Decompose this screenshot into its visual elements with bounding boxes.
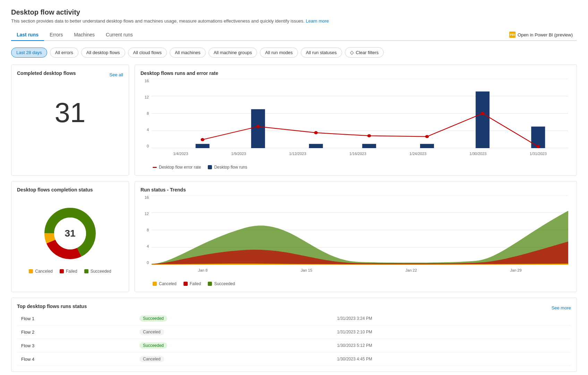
failed-icon bbox=[60, 269, 64, 273]
filter-all-desktop-flows[interactable]: All desktop flows bbox=[81, 48, 125, 58]
page-description: This section provides data to better und… bbox=[11, 18, 577, 24]
area-canceled-icon bbox=[153, 282, 157, 286]
clear-filters-button[interactable]: ◇ Clear filters bbox=[345, 47, 384, 58]
legend-failed: Failed bbox=[60, 269, 77, 274]
area-legend-canceled: Canceled bbox=[153, 281, 177, 286]
svg-point-16 bbox=[425, 135, 429, 138]
succeeded-icon bbox=[84, 269, 88, 273]
filter-all-machines[interactable]: All machines bbox=[170, 48, 206, 58]
legend-error-rate: Desktop flow error rate bbox=[153, 165, 201, 170]
see-more-link[interactable]: See more bbox=[552, 305, 571, 310]
tab-bar: Last runs Errors Machines Current runs P… bbox=[11, 29, 577, 41]
legend-runs: Desktop flow runs bbox=[208, 165, 247, 170]
legend-succeeded: Succeeded bbox=[84, 269, 111, 274]
filter-all-cloud-flows[interactable]: All cloud flows bbox=[128, 48, 167, 58]
completed-flows-title: Completed desktop flows bbox=[17, 70, 76, 76]
run-name: Flow 3 bbox=[17, 339, 135, 352]
learn-more-link[interactable]: Learn more bbox=[306, 18, 329, 24]
tab-last-runs[interactable]: Last runs bbox=[11, 29, 44, 41]
top-cards-row: Completed desktop flows See all 31 Deskt… bbox=[11, 65, 577, 176]
area-chart-svg bbox=[152, 195, 568, 265]
tab-current-runs[interactable]: Current runs bbox=[100, 29, 138, 41]
svg-rect-8 bbox=[362, 144, 376, 148]
x-axis-labels: 1/4/2023 1/9/2023 1/12/2023 1/16/2023 1/… bbox=[152, 150, 568, 162]
powerbi-icon: PBI bbox=[509, 32, 515, 38]
area-legend-succeeded: Succeeded bbox=[208, 281, 235, 286]
run-name: Flow 2 bbox=[17, 325, 135, 339]
donut-center-value: 31 bbox=[65, 228, 75, 239]
run-status: Succeeded bbox=[135, 339, 333, 352]
eraser-icon: ◇ bbox=[350, 50, 354, 55]
filter-all-errors[interactable]: All errors bbox=[50, 48, 78, 58]
svg-rect-5 bbox=[196, 144, 210, 148]
area-failed-icon bbox=[184, 282, 188, 286]
area-chart-card: Run status - Trends 16 12 8 4 0 bbox=[135, 181, 577, 292]
svg-rect-7 bbox=[309, 144, 323, 148]
run-status: Succeeded bbox=[135, 312, 333, 325]
run-time: 1/30/2023 5:12 PM bbox=[333, 339, 571, 352]
page-title: Desktop flow activity bbox=[11, 8, 577, 16]
donut-chart-title: Desktop flows completion status bbox=[17, 187, 123, 193]
area-legend-failed: Failed bbox=[184, 281, 201, 286]
run-time: 1/30/2023 4:45 PM bbox=[333, 352, 571, 366]
y-axis-labels: 16 12 8 4 0 bbox=[140, 79, 150, 148]
run-name: Flow 1 bbox=[17, 312, 135, 325]
donut-legend: Canceled Failed Succeeded bbox=[29, 269, 111, 274]
bottom-section: Top desktop flows runs status See more F… bbox=[11, 298, 577, 372]
canceled-icon bbox=[29, 269, 33, 273]
main-page: Desktop flow activity This section provi… bbox=[0, 0, 588, 375]
donut-container: 31 Canceled Failed Succeeded bbox=[17, 195, 123, 281]
svg-point-18 bbox=[536, 145, 540, 148]
bottom-section-title: Top desktop flows runs status bbox=[17, 304, 87, 309]
svg-rect-10 bbox=[476, 92, 489, 148]
runs-table: Flow 1 Succeeded 1/31/2023 3:24 PM Flow … bbox=[17, 312, 571, 366]
legend-error-rate-icon bbox=[153, 167, 157, 168]
filter-last-28-days[interactable]: Last 28 days bbox=[11, 48, 47, 58]
legend-runs-icon bbox=[208, 165, 212, 169]
table-row: Flow 2 Canceled 1/31/2023 2:10 PM bbox=[17, 325, 571, 339]
page-header: Desktop flow activity This section provi… bbox=[11, 8, 577, 24]
svg-point-12 bbox=[201, 138, 204, 141]
donut-chart: 31 bbox=[39, 202, 101, 265]
svg-rect-6 bbox=[251, 109, 265, 148]
area-chart-title: Run status - Trends bbox=[140, 187, 571, 193]
table-row: Flow 3 Succeeded 1/30/2023 5:12 PM bbox=[17, 339, 571, 352]
bar-chart-card: Desktop flows runs and error rate 16 12 … bbox=[135, 65, 577, 176]
filter-all-run-modes[interactable]: All run modes bbox=[260, 48, 298, 58]
bottom-card-header: Top desktop flows runs status See more bbox=[17, 304, 571, 312]
run-name: Flow 4 bbox=[17, 352, 135, 366]
filter-bar: Last 28 days All errors All desktop flow… bbox=[11, 47, 577, 58]
donut-chart-card: Desktop flows completion status 31 bbox=[11, 181, 129, 292]
area-chart-legend: Canceled Failed Succeeded bbox=[140, 281, 571, 286]
run-time: 1/31/2023 3:24 PM bbox=[333, 312, 571, 325]
svg-rect-9 bbox=[420, 144, 434, 148]
svg-point-14 bbox=[314, 131, 318, 134]
filter-all-run-statuses[interactable]: All run statuses bbox=[301, 48, 342, 58]
bar-chart-legend: Desktop flow error rate Desktop flow run… bbox=[140, 165, 571, 170]
powerbi-button[interactable]: PBI Open in Power BI (preview) bbox=[505, 29, 577, 40]
table-row: Flow 4 Canceled 1/30/2023 4:45 PM bbox=[17, 352, 571, 366]
filter-all-machine-groups[interactable]: All machine groups bbox=[208, 48, 257, 58]
bar-chart-title: Desktop flows runs and error rate bbox=[140, 70, 571, 76]
area-succeeded-icon bbox=[208, 282, 212, 286]
area-x-labels: Jan 8 Jan 15 Jan 22 Jan 29 bbox=[152, 266, 568, 279]
completed-flows-count: 31 bbox=[17, 83, 123, 139]
legend-canceled: Canceled bbox=[29, 269, 53, 274]
run-status: Canceled bbox=[135, 352, 333, 366]
table-row: Flow 1 Succeeded 1/31/2023 3:24 PM bbox=[17, 312, 571, 325]
svg-point-15 bbox=[367, 134, 371, 137]
see-all-link[interactable]: See all bbox=[109, 72, 123, 77]
completed-flows-card: Completed desktop flows See all 31 bbox=[11, 65, 129, 176]
tab-machines[interactable]: Machines bbox=[68, 29, 100, 41]
svg-rect-11 bbox=[531, 127, 545, 148]
area-y-labels: 16 12 8 4 0 bbox=[140, 195, 150, 265]
svg-point-13 bbox=[256, 125, 260, 128]
tab-errors[interactable]: Errors bbox=[44, 29, 68, 41]
svg-point-17 bbox=[481, 112, 485, 115]
run-time: 1/31/2023 2:10 PM bbox=[333, 325, 571, 339]
bottom-cards-row: Desktop flows completion status 31 bbox=[11, 181, 577, 292]
bar-chart-svg bbox=[152, 79, 568, 148]
run-status: Canceled bbox=[135, 325, 333, 339]
